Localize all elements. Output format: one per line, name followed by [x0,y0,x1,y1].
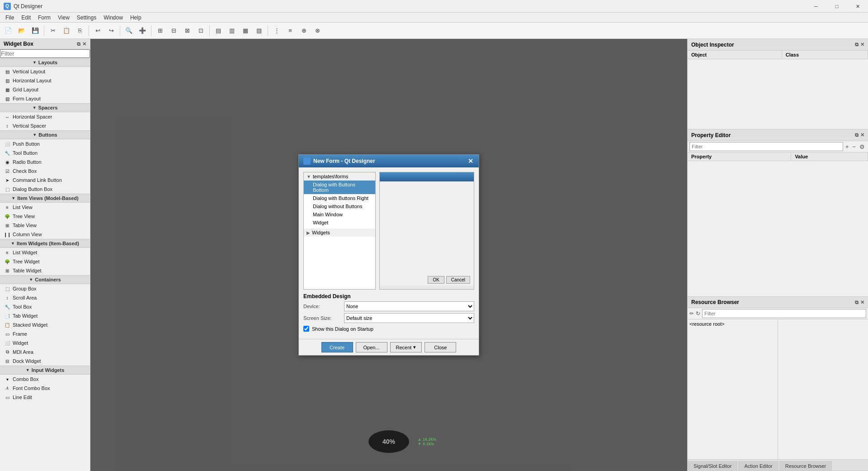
toolbar-button[interactable]: ⊗ [311,24,324,37]
oi-float-btn[interactable]: ⧉ [855,42,859,48]
toolbar-button[interactable]: ▥ [226,24,238,37]
tree-folder-templates[interactable]: ▼ templates\forms [304,172,375,181]
toolbar-button[interactable]: ▤ [212,24,225,37]
tree-item-dialog-buttons-right[interactable]: Dialog with Buttons Right [304,194,375,202]
toolbar-button[interactable]: ↪ [105,24,118,37]
toolbar-button[interactable]: 📄 [2,24,14,37]
oi-close-btn[interactable]: ✕ [860,42,864,48]
menu-item-form[interactable]: Form [34,14,54,22]
resource-root-item[interactable]: <resource root> [689,321,725,327]
widget-item-list-view[interactable]: ≡ List View [0,203,90,212]
widget-item-mdi-area[interactable]: ⧉ MDI Area [0,347,90,357]
form-template-tree[interactable]: ▼ templates\forms Dialog with Buttons Bo… [303,172,376,290]
toolbar-button[interactable]: 📋 [60,24,73,37]
menu-item-help[interactable]: Help [127,14,145,22]
section-spacers[interactable]: ▼Spacers [0,103,90,112]
widget-item-tree-view[interactable]: 🌳 Tree View [0,212,90,221]
bottom-tab-1[interactable]: Action Editor [738,461,778,471]
widget-item-combo-box[interactable]: ▾ Combo Box [0,375,90,384]
maximize-button[interactable]: □ [826,0,847,13]
section-item-views-model-based[interactable]: ▼Item Views (Model-Based) [0,194,90,203]
tree-item-dialog-no-buttons[interactable]: Dialog without Buttons [304,202,375,210]
widget-item-vertical-spacer[interactable]: ↕ Vertical Spacer [0,121,90,130]
widget-item-tab-widget[interactable]: 📑 Tab Widget [0,311,90,320]
device-select[interactable]: None [344,301,474,311]
widget-item-grid-layout[interactable]: ▦ Grid Layout [0,85,90,94]
bottom-tab-0[interactable]: Signal/Slot Editor [688,461,737,471]
widget-item-table-widget[interactable]: ⊞ Table Widget [0,266,90,275]
widget-item-tool-button[interactable]: 🔧 Tool Button [0,148,90,157]
menu-item-edit[interactable]: Edit [18,14,34,22]
property-filter-input[interactable] [689,142,843,151]
widget-item-vertical-layout[interactable]: ▤ Vertical Layout [0,67,90,76]
section-layouts[interactable]: ▼Layouts [0,58,90,67]
rb-float-btn[interactable]: ⧉ [855,300,859,305]
widget-item-form-layout[interactable]: ▧ Form Layout [0,94,90,103]
create-button[interactable]: Create [321,342,353,352]
toolbar-button[interactable]: 💾 [29,24,42,37]
recent-button[interactable]: Recent ▾ [390,342,422,352]
show-on-startup-checkbox[interactable] [303,326,309,332]
widget-item-horizontal-spacer[interactable]: ↔ Horizontal Spacer [0,112,90,121]
toolbar-button[interactable]: ⊡ [194,24,207,37]
toolbar-button[interactable]: ≡ [284,24,297,37]
toolbar-button[interactable]: ▦ [239,24,252,37]
rb-edit-btn[interactable]: ✏ [689,310,694,317]
toolbar-button[interactable]: ▧ [253,24,265,37]
section-input-widgets[interactable]: ▼Input Widgets [0,366,90,375]
close-button[interactable]: ✕ [847,0,868,13]
pe-configure-btn[interactable]: ⚙ [858,143,866,150]
widget-item-group-box[interactable]: ⬚ Group Box [0,284,90,293]
rb-close-btn[interactable]: ✕ [860,300,864,305]
close-button[interactable]: Close [425,342,456,352]
open-button[interactable]: Open... [356,342,387,352]
widget-item-tree-widget[interactable]: 🌳 Tree Widget [0,257,90,266]
toolbar-button[interactable]: ⊞ [154,24,166,37]
toolbar-button[interactable]: ↩ [91,24,104,37]
menu-item-window[interactable]: Window [100,14,127,22]
widget-item-list-widget[interactable]: ≡ List Widget [0,248,90,257]
widget-item-table-view[interactable]: ⊞ Table View [0,221,90,230]
widget-item-dock-widget[interactable]: ⊟ Dock Widget [0,357,90,366]
minimize-button[interactable]: ─ [806,0,826,13]
tree-item-main-window[interactable]: Main Window [304,210,375,219]
widget-item-command-link-button[interactable]: ➤ Command Link Button [0,176,90,185]
rb-refresh-btn[interactable]: ↻ [696,310,700,317]
toolbar-button[interactable]: ⊠ [181,24,193,37]
widget-item-line-edit[interactable]: ▭ Line Edit [0,393,90,402]
section-containers[interactable]: ▼Containers [0,275,90,284]
widget-box-close-btn[interactable]: ✕ [82,41,86,47]
tree-item-dialog-buttons-bottom[interactable]: Dialog with Buttons Bottom [304,181,375,194]
widget-item-frame[interactable]: ▭ Frame [0,329,90,338]
widget-item-stacked-widget[interactable]: 📋 Stacked Widget [0,320,90,329]
section-buttons[interactable]: ▼Buttons [0,130,90,139]
widget-item-scroll-area[interactable]: ↕ Scroll Area [0,293,90,302]
toolbar-button[interactable]: ⊟ [167,24,180,37]
toolbar-button[interactable]: ⊕ [297,24,310,37]
widget-item-radio-button[interactable]: ◉ Radio Button [0,157,90,167]
pe-close-btn[interactable]: ✕ [860,132,864,138]
widget-box-float-btn[interactable]: ⧉ [77,41,80,47]
toolbar-button[interactable]: ✂ [47,24,59,37]
screen-size-select[interactable]: Default size [344,313,474,323]
menu-item-file[interactable]: File [2,14,18,22]
toolbar-button[interactable]: 🔍 [123,24,135,37]
widget-item-dialog-button-box[interactable]: ⬚ Dialog Button Box [0,185,90,194]
bottom-tab-2[interactable]: Resource Browser [779,461,832,471]
tree-item-widget[interactable]: Widget [304,219,375,227]
toolbar-button[interactable]: ⎘ [74,24,86,37]
widget-item-widget[interactable]: ⬜ Widget [0,338,90,347]
menu-item-view[interactable]: View [54,14,73,22]
widget-item-horizontal-layout[interactable]: ▥ Horizontal Layout [0,76,90,85]
section-item-widgets-item-based[interactable]: ▼Item Widgets (Item-Based) [0,239,90,248]
menu-item-settings[interactable]: Settings [73,14,100,22]
pe-float-btn[interactable]: ⧉ [855,132,859,138]
toolbar-button[interactable]: ⋮ [270,24,283,37]
dialog-close-x-btn[interactable]: ✕ [467,157,474,165]
resource-browser-filter[interactable] [702,309,866,318]
toolbar-button[interactable]: 📂 [15,24,28,37]
widget-item-font-combo-box[interactable]: 𝐴 Font Combo Box [0,384,90,393]
widget-item-check-box[interactable]: ☑ Check Box [0,167,90,176]
toolbar-button[interactable]: ➕ [136,24,149,37]
tree-folder-widgets[interactable]: ▶ Widgets [304,228,375,237]
